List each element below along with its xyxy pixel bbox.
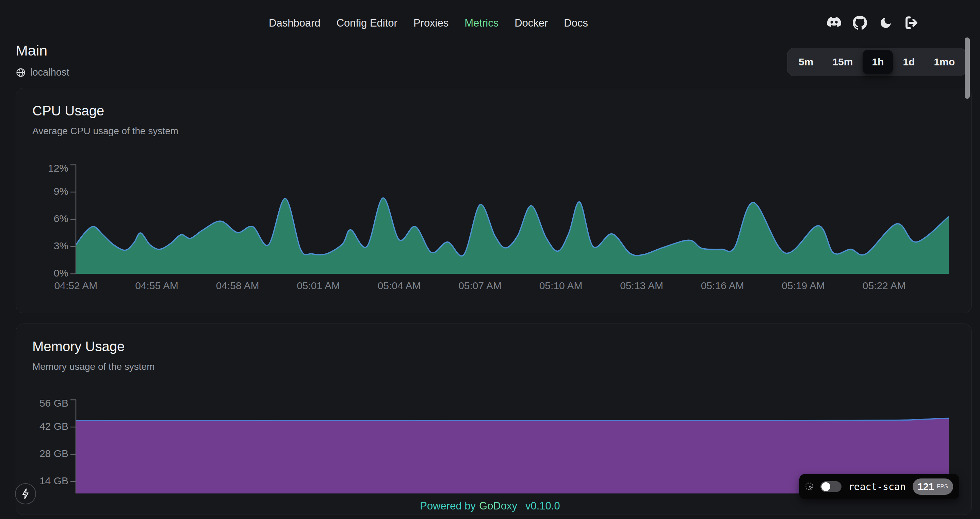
memory-chart-title: Memory Usage — [32, 339, 124, 354]
nav-item-docs[interactable]: Docs — [564, 17, 588, 29]
page-title: Main — [16, 42, 47, 59]
x-tick-label: 05:13 AM — [620, 280, 663, 291]
nav-item-metrics[interactable]: Metrics — [465, 17, 498, 29]
godoxy-link[interactable]: GoDoxy — [479, 500, 517, 512]
theme-toggle-button[interactable] — [878, 15, 894, 30]
y-tick-label: 0% — [54, 267, 68, 279]
time-range-option-1h[interactable]: 1h — [862, 50, 893, 74]
cpu-chart-title: CPU Usage — [32, 103, 104, 118]
y-tick-label: 6% — [54, 213, 68, 224]
x-tick-label: 04:52 AM — [54, 280, 98, 291]
time-range-selector: 5m15m1h1d1mo — [787, 48, 966, 76]
react-scan-toggle[interactable] — [821, 481, 842, 492]
react-scan-toolbar: react-scan 121 FPS — [799, 474, 959, 499]
github-button[interactable] — [852, 15, 868, 30]
fps-unit: FPS — [937, 483, 948, 490]
time-range-option-15m[interactable]: 15m — [823, 50, 862, 74]
host-row: localhost — [16, 67, 69, 78]
toggle-knob — [821, 482, 830, 491]
x-tick-label: 05:22 AM — [862, 280, 906, 291]
x-tick-label: 05:10 AM — [539, 280, 582, 291]
x-tick-label: 05:04 AM — [378, 280, 421, 291]
discord-button[interactable] — [826, 15, 842, 30]
cpu-usage-chart: 0%3%6%9%12%04:52 AM04:55 AM04:58 AM05:01… — [34, 157, 960, 293]
y-tick-label: 14 GB — [40, 475, 68, 486]
nav-item-dashboard[interactable]: Dashboard — [269, 17, 321, 29]
y-tick-label: 56 GB — [40, 398, 68, 409]
fps-value: 121 — [918, 481, 934, 492]
discord-icon — [827, 17, 842, 29]
memory-chart-subtitle: Memory usage of the system — [32, 361, 154, 372]
globe-icon — [16, 67, 26, 78]
header-icon-group — [826, 15, 920, 30]
inspect-icon[interactable] — [805, 481, 814, 492]
app-root: DashboardConfig EditorProxiesMetricsDock… — [0, 0, 980, 519]
nav-item-docker[interactable]: Docker — [514, 17, 548, 29]
nav-item-proxies[interactable]: Proxies — [414, 17, 449, 29]
memory_gb-line — [76, 418, 949, 421]
lightning-icon — [21, 489, 30, 499]
y-tick-label: 12% — [48, 163, 68, 174]
y-tick-label: 3% — [54, 240, 68, 251]
x-tick-label: 04:58 AM — [216, 280, 259, 291]
y-tick-label: 9% — [54, 185, 68, 197]
time-range-option-5m[interactable]: 5m — [789, 50, 822, 74]
fps-badge: 121 FPS — [913, 479, 953, 495]
x-tick-label: 05:19 AM — [782, 280, 825, 291]
powered-by-text: Powered by — [420, 500, 476, 512]
x-tick-label: 05:01 AM — [297, 280, 340, 291]
nav-item-config-editor[interactable]: Config Editor — [337, 17, 398, 29]
moon-icon — [879, 16, 892, 30]
react-scan-label: react-scan — [848, 481, 906, 492]
logout-icon — [904, 16, 919, 30]
x-tick-label: 05:16 AM — [701, 280, 744, 291]
scrollbar-thumb[interactable] — [965, 37, 970, 99]
github-icon — [853, 16, 867, 30]
y-tick-label: 28 GB — [40, 448, 68, 459]
time-range-option-1d[interactable]: 1d — [894, 50, 924, 74]
time-range-option-1mo[interactable]: 1mo — [924, 50, 964, 74]
main-nav: DashboardConfig EditorProxiesMetricsDock… — [269, 16, 588, 30]
quick-actions-button[interactable] — [15, 483, 36, 505]
footer: Powered by GoDoxy v0.10.0 — [0, 500, 980, 512]
cpu_percent-area — [76, 198, 949, 274]
host-label: localhost — [30, 67, 69, 78]
logout-button[interactable] — [904, 15, 920, 30]
version-text: v0.10.0 — [525, 500, 560, 512]
x-tick-label: 05:07 AM — [458, 280, 501, 291]
cpu-chart-subtitle: Average CPU usage of the system — [32, 126, 178, 137]
x-tick-label: 04:55 AM — [135, 280, 178, 291]
y-tick-label: 42 GB — [40, 421, 68, 432]
cpu-usage-card: CPU Usage Average CPU usage of the syste… — [16, 88, 972, 313]
